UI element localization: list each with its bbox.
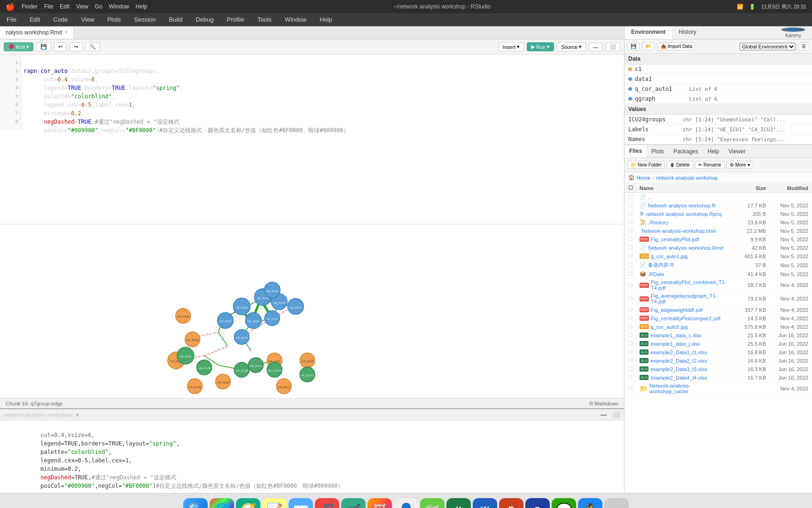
dock-wechat[interactable]: 💬 [552, 498, 576, 508]
file-checkbox[interactable]: ☐ [628, 307, 640, 313]
dock-contacts[interactable]: 👤 [394, 498, 418, 508]
edit-menu[interactable]: Edit [60, 3, 70, 10]
delete-button[interactable]: 🗑 Delete [667, 161, 693, 169]
file-name[interactable]: 📄 Network analysis workshop.Rmd [640, 245, 728, 251]
menu-view[interactable]: View [78, 15, 97, 24]
console-minimize-button[interactable]: — [601, 411, 607, 418]
go-menu[interactable]: Go [95, 3, 102, 10]
console-maximize-button[interactable]: ⬜ [612, 411, 620, 418]
tab-environment[interactable]: Environment [625, 26, 672, 39]
tab-packages[interactable]: Packages [669, 146, 703, 157]
global-env-select[interactable]: Global Environment [740, 43, 796, 50]
file-checkbox[interactable]: ☐ [628, 349, 640, 355]
file-name[interactable]: 📄 Network analysis workshop.R [640, 202, 728, 208]
file-name[interactable]: 📦 .RData [640, 271, 728, 277]
file-name[interactable]: JPG q_cor_auto1.jpg [640, 254, 728, 259]
knit-dropdown-icon[interactable]: ▾ [26, 44, 29, 50]
dock-mail[interactable]: ✉️ [289, 498, 313, 508]
close-tab-icon[interactable]: × [65, 30, 68, 35]
dock-powerpoint[interactable]: P [499, 498, 523, 508]
file-name[interactable]: JPG q_cor_auto2.jpg [640, 324, 728, 330]
dock-finder[interactable]: 🔍 [183, 498, 208, 508]
insert-button[interactable]: Insert ▾ [498, 42, 524, 51]
file-checkbox[interactable]: ☐ [628, 332, 640, 338]
file-name[interactable]: Network-analysis-workshop.html [640, 228, 728, 234]
import-data-button[interactable]: 📥 Import Data [657, 42, 695, 50]
file-name[interactable]: 📜 .Rhistory [640, 219, 728, 225]
dock-maps[interactable]: 🗺 [420, 498, 445, 508]
file-checkbox[interactable]: ☐ [628, 262, 640, 268]
save-button[interactable]: 💾 [36, 42, 51, 51]
dock-excel[interactable]: X [446, 498, 471, 508]
file-name[interactable]: PDF Fig_averagelayoutgraph_T1-T4.pdf [640, 293, 728, 304]
window-menu[interactable]: Window [109, 3, 129, 10]
files-check-all[interactable]: ☐ [628, 185, 640, 191]
menu-plots[interactable]: Plots [104, 15, 124, 24]
menu-help[interactable]: Help [317, 15, 335, 24]
file-checkbox[interactable]: ☐ [628, 236, 640, 242]
file-checkbox[interactable]: ☐ [628, 211, 640, 217]
console-content[interactable]: cut=0.4,vsize=6, legend=TRUE,borders=TRU… [0, 421, 624, 493]
file-name[interactable]: 📁 Network-analysis-workshop_cache [640, 383, 728, 394]
file-checkbox[interactable]: ☐ [628, 296, 640, 302]
file-checkbox[interactable]: ☐ [628, 194, 640, 200]
breadcrumb-workshop-link[interactable]: network analysis workshop [656, 175, 718, 181]
file-checkbox[interactable]: ☐ [628, 282, 640, 288]
new-folder-button[interactable]: 📁 New Folder [627, 161, 665, 169]
tab-viewer[interactable]: Viewer [724, 146, 750, 157]
file-checkbox[interactable]: ☐ [628, 202, 640, 208]
menu-edit[interactable]: Edit [27, 15, 43, 24]
dock-chrome[interactable]: 🌐 [210, 498, 234, 508]
file-menu[interactable]: File [44, 3, 53, 10]
run-button[interactable]: ▶ Run ▾ [527, 42, 554, 51]
tab-files[interactable]: Files [625, 145, 647, 158]
file-checkbox[interactable]: ☐ [628, 324, 640, 330]
rename-button[interactable]: ✏ Rename [695, 161, 725, 169]
file-checkbox[interactable]: ☐ [628, 366, 640, 372]
menu-profile[interactable]: Profile [224, 15, 247, 24]
dock-facetime[interactable]: 📹 [341, 498, 366, 508]
file-checkbox[interactable]: ☐ [628, 245, 640, 251]
console-tab[interactable]: network analysis workshop/ × [4, 412, 79, 418]
file-name[interactable]: 📄 备选内容.R [640, 262, 728, 269]
menu-file[interactable]: File [4, 15, 19, 24]
menu-session[interactable]: Session [131, 15, 158, 24]
file-name[interactable]: ⚙ network analysis workshop.Rproj [640, 211, 728, 217]
menu-tools[interactable]: Tools [255, 15, 274, 24]
dock-photos[interactable]: 🖼 [367, 498, 392, 508]
undo-button[interactable]: ↩ [54, 42, 67, 51]
file-checkbox[interactable]: ☐ [628, 386, 640, 392]
file-name[interactable]: XLS example2_Data4_t4.xlsx [640, 375, 728, 381]
file-name[interactable]: XLS example2_Data3_t3.xlsx [640, 366, 728, 372]
tab-plots[interactable]: Plots [647, 146, 669, 157]
dock-qq[interactable]: 🐧 [578, 498, 602, 508]
more-button[interactable]: ⚙ More ▾ [726, 161, 753, 169]
code-editor[interactable]: 12345678 rapn(cor_auto(data1),groups=ICU… [0, 55, 624, 224]
file-name[interactable]: PDF Fig_edgeweightdiff.pdf [640, 307, 728, 313]
file-name[interactable]: 📄 .. [640, 194, 728, 200]
finder-menu[interactable]: Finder [22, 3, 38, 10]
maximize-editor-button[interactable]: ⬜ [605, 42, 620, 51]
file-checkbox[interactable]: ☐ [628, 341, 640, 347]
search-button[interactable]: 🔍 [85, 42, 100, 51]
dock-notes[interactable]: 📝 [262, 498, 287, 508]
env-list-button[interactable]: ☰ [798, 42, 809, 50]
view-menu[interactable]: View [76, 3, 88, 10]
menu-window[interactable]: Window [282, 15, 309, 24]
file-checkbox[interactable]: ☐ [628, 228, 640, 234]
file-name[interactable]: XLS example2_Data1_t1.xlsx [640, 349, 728, 355]
file-name[interactable]: PDF Fig_centralityPlot_combined_T1-T4.pd… [640, 279, 728, 291]
file-name[interactable]: XLS example1_data_c.xlsx [640, 333, 728, 338]
file-checkbox[interactable]: ☐ [628, 271, 640, 277]
file-checkbox[interactable]: ☐ [628, 374, 640, 381]
file-name[interactable]: XLS example1_data_j.xlsx [640, 341, 728, 347]
file-checkbox[interactable]: ☐ [628, 219, 640, 225]
editor-tab-rmd[interactable]: nalysis workshop.Rmd × [0, 27, 74, 39]
dock-trash[interactable]: 🗑 [604, 498, 629, 508]
dock-music[interactable]: 🎵 [315, 498, 339, 508]
file-name[interactable]: PDF Fig_centralityPlotcompair2.pdf [640, 316, 728, 321]
console-tab-close[interactable]: × [76, 412, 79, 418]
breadcrumb-home-link[interactable]: Home [637, 175, 650, 181]
dock-rstudio[interactable]: R [525, 498, 550, 508]
redo-button[interactable]: ↪ [70, 42, 82, 51]
